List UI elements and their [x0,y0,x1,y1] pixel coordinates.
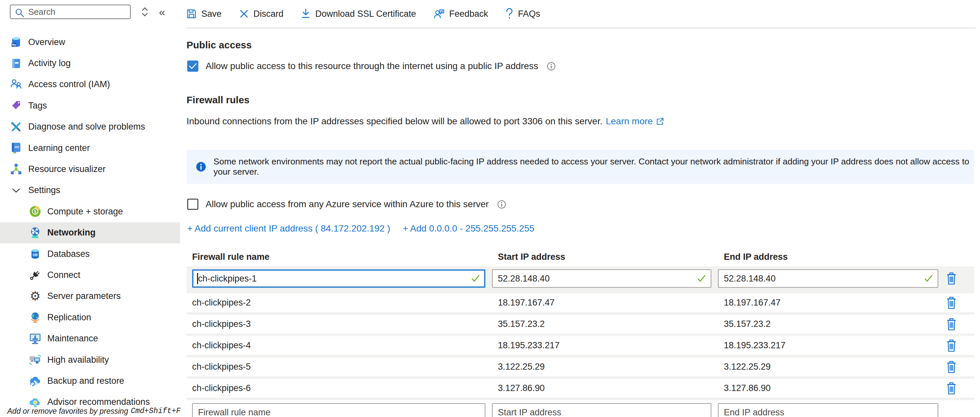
sidebar-item-resource-visualizer[interactable]: Resource visualizer [0,158,180,180]
rule-name-cell: ch-clickpipes-2 [192,298,485,308]
sidebar-item-maintenance[interactable]: Maintenance [0,328,180,349]
sidebar-nav: My Overview Activity log Access control … [0,32,180,413]
delete-rule-button[interactable] [945,360,958,374]
expand-collapse-all-icon[interactable] [140,6,149,18]
public-access-checkbox[interactable] [187,61,198,72]
firewall-rule-row[interactable]: ch-clickpipes-2 18.197.167.47 18.197.167… [186,293,974,312]
end-ip-cell: 18.195.233.217 [718,340,938,351]
svg-text:$: $ [34,209,37,214]
sidebar-item-server-parameters[interactable]: ⚙ Server parameters [0,286,180,307]
feedback-button[interactable]: Feedback [434,8,488,19]
sidebar-item-label: Overview [28,37,65,47]
download-icon [301,8,310,19]
sidebar-item-settings-group[interactable]: Settings [0,180,180,201]
download-ssl-certificate-button[interactable]: Download SSL Certificate [301,8,416,19]
sidebar-item-replication[interactable]: Replication [0,307,180,328]
sidebar-item-label: Learning center [28,143,90,153]
sidebar-item-databases[interactable]: DB Databases [0,243,180,264]
search-input[interactable] [10,5,131,19]
sidebar-item-compute-storage[interactable]: $ Compute + storage [0,201,180,222]
delete-rule-button[interactable] [945,296,958,310]
rule-name-input[interactable] [192,269,485,288]
start-ip-cell: 18.195.233.217 [492,340,711,351]
mysql-server-icon: My [10,36,22,48]
save-icon [186,9,196,19]
svg-text:My: My [12,43,16,46]
sidebar-item-label: Replication [47,312,91,323]
start-ip-cell: 3.127.86.90 [492,383,711,393]
sidebar-item-label: Compute + storage [47,206,123,217]
azure-services-checkbox[interactable] [187,199,198,210]
end-ip-cell: 3.122.25.29 [718,362,938,372]
valid-check-icon [697,274,706,283]
sidebar-item-backup-restore[interactable]: Backup and restore [0,370,180,391]
new-start-ip-input[interactable] [492,403,711,417]
activity-log-icon [10,57,22,70]
info-icon[interactable] [497,200,506,209]
firewall-rule-row[interactable]: ch-clickpipes-6 3.127.86.90 3.127.86.90 [186,379,974,398]
add-all-ips-link[interactable]: + Add 0.0.0.0 - 255.255.255.255 [402,223,535,234]
sidebar-item-high-availability[interactable]: High availability [0,349,180,370]
database-icon: DB [29,248,41,260]
favorites-hint-text: Add or remove favorites by pressing [7,407,128,416]
sidebar-item-label: Settings [28,185,60,195]
firewall-rule-row[interactable]: ch-clickpipes-5 3.122.25.29 3.122.25.29 [186,358,974,376]
firewall-rule-row-editing[interactable] [186,266,974,291]
sidebar-item-label: Tags [28,101,47,111]
delete-rule-button[interactable] [945,381,958,396]
info-icon[interactable] [547,62,556,71]
collapse-sidebar-icon[interactable]: « [159,6,165,18]
favorites-hint-shortcut: Cmd+Shift+F [131,407,181,416]
rule-name-cell: ch-clickpipes-5 [192,362,485,372]
rule-name-cell: ch-clickpipes-3 [192,319,485,329]
sidebar-item-networking[interactable]: Networking [0,222,180,243]
column-header-end-ip: End IP address [718,252,938,262]
start-ip-cell: 35.157.23.2 [492,319,711,329]
save-button[interactable]: Save [186,9,222,19]
discard-x-icon [239,9,248,18]
column-header-start-ip: Start IP address [492,252,711,262]
discard-button[interactable]: Discard [239,9,284,19]
add-client-ip-link[interactable]: + Add current client IP address ( 84.172… [187,223,390,234]
replication-globe-icon [29,311,41,324]
sidebar-item-access-control[interactable]: Access control (IAM) [0,74,180,95]
sidebar-item-label: High availability [47,355,109,365]
sidebar-item-label: Maintenance [47,334,98,344]
sidebar-item-label: Advisor recommendations [47,397,150,407]
rule-name-cell: ch-clickpipes-4 [192,340,485,351]
sidebar-item-activity-log[interactable]: Activity log [0,53,180,73]
access-control-icon [10,78,22,91]
faqs-button[interactable]: FAQs [506,8,540,19]
text-caret [197,273,198,284]
sidebar-item-label: Server parameters [47,291,121,301]
firewall-rule-row[interactable]: ch-clickpipes-3 35.157.23.2 35.157.23.2 [186,315,974,334]
networking-pane: Save Discard Download SSL Certificate Fe… [184,0,980,417]
external-link-icon [656,117,664,125]
sidebar-item-learning-center[interactable]: 101 Learning center [0,137,180,158]
delete-rule-button[interactable] [945,339,958,353]
download-ssl-label: Download SSL Certificate [315,9,416,19]
sidebar-item-label: Databases [47,249,90,259]
start-ip-input[interactable] [492,269,711,288]
end-ip-input[interactable] [718,269,938,288]
sidebar-item-overview[interactable]: My Overview [0,32,180,53]
firewall-table-header: Firewall rule name Start IP address End … [186,252,974,262]
add-ip-links: + Add current client IP address ( 84.172… [187,223,535,234]
new-end-ip-input[interactable] [718,403,938,417]
discard-label: Discard [253,9,284,19]
sidebar-item-connect[interactable]: Connect [0,264,180,286]
rule-name-cell: ch-clickpipes-6 [192,383,485,393]
new-rule-name-input[interactable] [192,403,485,417]
public-access-title: Public access [186,40,251,51]
firewall-rule-row[interactable]: ch-clickpipes-4 18.195.233.217 18.195.23… [186,336,974,355]
delete-rule-button[interactable] [945,271,958,286]
learn-more-link[interactable]: Learn more [606,116,652,126]
delete-rule-button[interactable] [945,317,958,331]
search-icon [15,8,25,18]
sidebar-item-diagnose[interactable]: Diagnose and solve problems [0,117,180,137]
sidebar-item-tags[interactable]: Tags [0,95,180,116]
command-bar: Save Discard Download SSL Certificate Fe… [186,0,540,28]
info-banner: Some network environments may not report… [186,150,974,184]
feedback-label: Feedback [449,9,488,19]
backup-cloud-icon [29,375,41,387]
